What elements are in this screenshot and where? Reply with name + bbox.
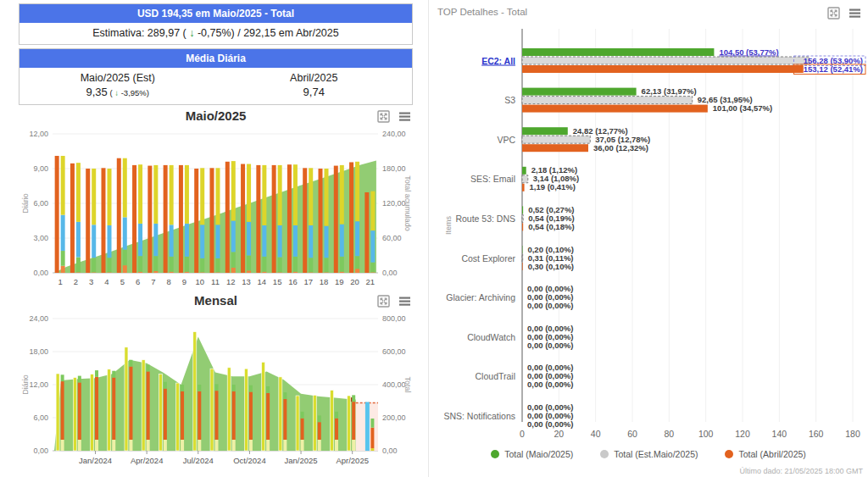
svg-text:9: 9 xyxy=(182,277,186,286)
svg-text:0,00 (0,00%): 0,00 (0,00%) xyxy=(527,301,573,310)
svg-text:0,00: 0,00 xyxy=(33,446,48,455)
total-summary-card: USD 194,35 em Maio/2025 - Total Estimati… xyxy=(19,3,413,45)
svg-text:Apr/2024: Apr/2024 xyxy=(131,456,164,465)
category-label: Cost Explorer xyxy=(461,253,515,263)
may-bar xyxy=(278,165,282,225)
category-label: Route 53: DNS xyxy=(455,214,515,224)
may-bar xyxy=(153,165,158,224)
svg-text:13: 13 xyxy=(242,277,251,286)
may-bar xyxy=(293,164,298,225)
ec2-link[interactable]: EC2: All xyxy=(481,56,515,66)
april-bar xyxy=(55,156,59,273)
value-bar xyxy=(522,223,523,230)
svg-text:Diário: Diário xyxy=(21,374,30,395)
menu-icon[interactable] xyxy=(849,7,861,19)
may-bar xyxy=(325,169,329,226)
category-label: SES: Email xyxy=(470,174,515,184)
total-header: USD 194,35 em Maio/2025 - Total xyxy=(19,4,412,23)
expand-icon[interactable] xyxy=(377,110,390,123)
current-month-bar xyxy=(365,402,370,451)
max-daily-bar xyxy=(193,332,197,451)
may-bar xyxy=(185,165,189,224)
may-bar xyxy=(231,161,236,220)
svg-text:180: 180 xyxy=(845,429,860,439)
svg-text:2: 2 xyxy=(74,277,78,286)
april-bar xyxy=(256,165,260,273)
expand-icon[interactable] xyxy=(377,295,390,308)
category-label: SNS: Notifications xyxy=(443,411,515,421)
daily-chart-card: Maio/2025 0,000,003,0060,006,00120,009,0… xyxy=(19,108,413,290)
daily-bar xyxy=(198,391,201,440)
daily-chart[interactable]: 0,000,003,0060,006,00120,009,00180,0012,… xyxy=(19,127,413,290)
monthly-chart[interactable]: 0,000,006,00200,0012,00400,0018,00600,00… xyxy=(19,312,413,471)
value-bar xyxy=(522,57,810,64)
svg-text:0,00: 0,00 xyxy=(382,269,398,277)
svg-text:Oct/2024: Oct/2024 xyxy=(233,456,266,465)
max-daily-bar xyxy=(296,396,299,451)
legend-item-est[interactable]: Total (Est.Maio/2025) xyxy=(600,449,698,459)
may-average-value: 9,35 ( ↓ -3,95%) xyxy=(19,86,216,98)
daily-average-row: Maio/2025 (Est) 9,35 ( ↓ -3,95%) Abril/2… xyxy=(19,68,412,104)
svg-text:12,00: 12,00 xyxy=(29,130,48,138)
svg-text:100: 100 xyxy=(698,429,714,439)
menu-icon[interactable] xyxy=(398,110,411,123)
april-bar xyxy=(225,162,230,273)
svg-text:0,00 (0,00%): 0,00 (0,00%) xyxy=(527,341,573,350)
left-panel: USD 194,35 em Maio/2025 - Total Estimati… xyxy=(0,0,428,477)
value-bar xyxy=(522,184,525,191)
may-average-label: Maio/2025 (Est) xyxy=(19,72,216,84)
estimate-row: Estimativa: 289,97 ( ↓ -0,75%) / 292,15 … xyxy=(19,23,412,44)
svg-text:4: 4 xyxy=(104,277,108,286)
expand-icon[interactable] xyxy=(827,7,840,19)
max-daily-bar xyxy=(91,374,94,451)
top-details-title: TOP Detalhes - Total xyxy=(437,7,527,17)
svg-text:3,00: 3,00 xyxy=(33,234,48,242)
max-daily-bar xyxy=(227,368,231,451)
svg-text:Apr/2025: Apr/2025 xyxy=(336,456,369,465)
svg-text:160: 160 xyxy=(809,429,824,439)
daily-bar xyxy=(95,377,98,440)
svg-text:7: 7 xyxy=(151,277,155,286)
green-dot-icon xyxy=(491,450,499,458)
svg-text:40: 40 xyxy=(591,429,601,439)
legend-item-april[interactable]: Total (Abril/2025) xyxy=(725,449,805,459)
april-bar xyxy=(194,169,198,273)
april-bar xyxy=(349,162,353,273)
max-daily-bar xyxy=(56,374,59,451)
max-daily-bar xyxy=(159,374,162,451)
may-bar xyxy=(262,165,266,225)
last-data-timestamp: Último dado: 21/05/2025 18:00 GMT xyxy=(739,467,863,475)
april-bar xyxy=(132,165,136,273)
svg-text:11: 11 xyxy=(211,277,220,286)
value-bar xyxy=(522,175,528,183)
menu-icon[interactable] xyxy=(398,295,411,308)
svg-text:10: 10 xyxy=(195,277,204,286)
legend-item-may[interactable]: Total (Maio/2025) xyxy=(491,449,573,459)
daily-bar xyxy=(78,382,81,440)
april-bar xyxy=(210,168,214,273)
april-bar xyxy=(303,168,307,273)
svg-text:200,00: 200,00 xyxy=(382,413,406,422)
april-bar xyxy=(147,166,152,273)
svg-text:19: 19 xyxy=(335,277,344,286)
top-details-panel: TOP Detalhes - Total 0204060801001201401… xyxy=(428,0,868,477)
cost-dashboard: USD 194,35 em Maio/2025 - Total Estimati… xyxy=(0,0,868,477)
svg-text:Jul/2024: Jul/2024 xyxy=(183,456,214,465)
monthly-chart-card: Mensal 0,000,006,00200,0012,00400,0018,0… xyxy=(19,293,413,471)
svg-text:120,00: 120,00 xyxy=(382,199,406,208)
top-details-chart[interactable]: 020406080100120140160180ItemsEC2: All104… xyxy=(429,22,868,444)
svg-text:Total acumulado: Total acumulado xyxy=(403,175,412,231)
value-bar xyxy=(522,65,804,73)
value-bar xyxy=(522,136,590,143)
daily-bar xyxy=(232,391,236,440)
may-bar xyxy=(340,165,344,225)
daily-bar xyxy=(181,391,184,440)
max-daily-bar xyxy=(142,360,145,451)
svg-text:240,00: 240,00 xyxy=(382,130,406,138)
svg-text:0,00: 0,00 xyxy=(382,446,398,455)
category-label: S3 xyxy=(504,95,515,105)
daily-bar xyxy=(164,389,167,440)
april-bar xyxy=(102,168,106,273)
daily-bar xyxy=(129,367,132,440)
monthly-chart-title: Mensal xyxy=(19,293,413,308)
